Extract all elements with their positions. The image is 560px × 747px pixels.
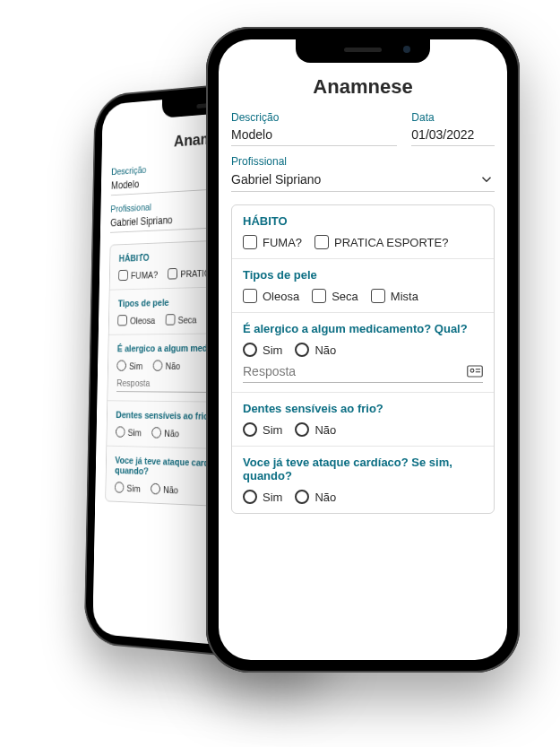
radio-cardiaco-nao[interactable]: Não <box>295 490 336 504</box>
section-title-habito: HÁBITO <box>243 214 483 228</box>
radio-icon <box>151 427 161 439</box>
label-descricao: Descrição <box>231 111 397 124</box>
radio-icon <box>116 360 126 371</box>
radio-cardiaco-sim[interactable]: Sim <box>115 482 141 493</box>
section-title-pele: Tipos de pele <box>243 268 483 282</box>
section-title-dentes: Dentes sensíveis ao frio? <box>243 402 483 415</box>
radio-icon <box>243 343 257 357</box>
checkbox-seca[interactable]: Seca <box>165 314 196 326</box>
checkbox-seca[interactable]: Seca <box>312 289 358 303</box>
radio-alergico-nao[interactable]: Não <box>153 360 181 370</box>
section-title-cardiaco: Voce já teve ataque cardíaco? Se sim, qu… <box>243 456 483 482</box>
checkbox-icon <box>165 314 175 325</box>
input-resposta[interactable]: Resposta <box>243 360 483 383</box>
dropdown-profissional[interactable]: Gabriel Sipriano <box>231 169 495 192</box>
label-profissional: Profissional <box>231 155 495 168</box>
radio-alergico-sim[interactable]: Sim <box>116 360 142 371</box>
value-data[interactable]: 01/03/2022 <box>411 126 495 146</box>
page-title: Anamnese <box>231 75 495 99</box>
device-notch <box>296 39 430 63</box>
radio-icon <box>116 426 125 437</box>
checkbox-mista[interactable]: Mista <box>371 289 418 303</box>
checkbox-icon <box>117 315 127 326</box>
radio-icon <box>153 360 163 370</box>
radio-dentes-sim[interactable]: Sim <box>116 426 142 438</box>
checkbox-icon <box>118 270 128 281</box>
radio-dentes-sim[interactable]: Sim <box>243 422 282 437</box>
radio-dentes-nao[interactable]: Não <box>295 422 336 437</box>
radio-alergico-nao[interactable]: Não <box>295 343 336 357</box>
radio-cardiaco-sim[interactable]: Sim <box>243 490 282 504</box>
value-descricao[interactable]: Modelo <box>231 126 397 146</box>
svg-rect-4 <box>468 366 483 377</box>
radio-icon <box>115 482 125 493</box>
radio-icon <box>243 490 257 504</box>
checkbox-icon <box>314 235 329 249</box>
radio-cardiaco-nao[interactable]: Não <box>151 483 178 496</box>
section-title-alergico: É alergico a algum medicamento? Qual? <box>243 322 483 335</box>
form-card: HÁBITO FUMA? PRATICA ESPORTE? Tipos de p… <box>231 204 495 514</box>
radio-dentes-nao[interactable]: Não <box>151 427 179 439</box>
checkbox-icon <box>371 289 385 303</box>
id-card-icon <box>467 365 483 378</box>
app-screen-front: Anamnese Descrição Modelo Data 01/03/202… <box>219 39 507 660</box>
value-profissional: Gabriel Sipriano <box>231 172 478 187</box>
checkbox-esporte[interactable]: PRATICA ESPORTE? <box>314 235 448 249</box>
radio-icon <box>243 422 257 437</box>
radio-icon <box>151 483 160 495</box>
label-data: Data <box>411 111 495 124</box>
svg-point-5 <box>470 369 474 372</box>
checkbox-icon <box>168 268 177 280</box>
checkbox-oleosa[interactable]: Oleosa <box>243 289 299 303</box>
input-placeholder: Resposta <box>243 364 467 378</box>
radio-icon <box>295 343 309 357</box>
checkbox-icon <box>312 289 326 303</box>
radio-alergico-sim[interactable]: Sim <box>243 343 282 357</box>
checkbox-fuma[interactable]: FUMA? <box>118 269 158 281</box>
radio-icon <box>295 422 309 437</box>
checkbox-icon <box>243 289 257 303</box>
checkbox-fuma[interactable]: FUMA? <box>243 235 302 249</box>
checkbox-icon <box>243 235 257 249</box>
device-mock-front: Anamnese Descrição Modelo Data 01/03/202… <box>206 27 520 673</box>
chevron-down-icon <box>478 171 495 187</box>
checkbox-oleosa[interactable]: Oleosa <box>117 315 155 326</box>
radio-icon <box>295 490 309 504</box>
